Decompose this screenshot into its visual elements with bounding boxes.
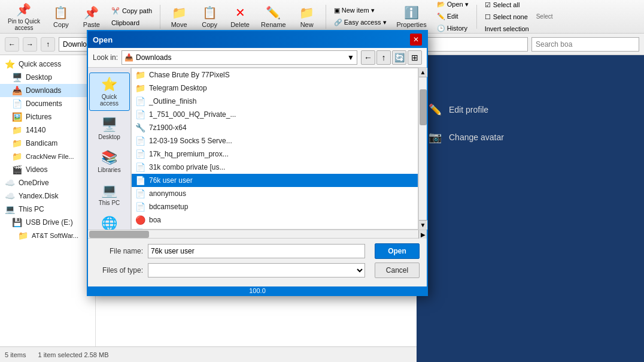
dialog-file-1751[interactable]: 📄 1_751_000_HQ_Private_... [132,108,418,121]
sidebar-item-thispc[interactable]: 💻 This PC [0,203,95,216]
dialog-file-bdcam-icon: 📄 [135,202,145,212]
dialog-file-anonymous[interactable]: 📄 anonymous [132,187,418,200]
dialog-footer: File name: Open Files of type: Cancel [88,238,427,286]
sidebar-item-pictures[interactable]: 🖼️ Pictures [0,110,95,123]
filetype-select[interactable] [148,263,365,277]
sidebar-item-14140[interactable]: 📁 14140 [0,123,95,137]
lookin-select[interactable]: 📥 Downloads ▼ [121,50,357,65]
invert-selection-button[interactable]: Invert selection [481,23,533,34]
change-avatar-button[interactable]: 📷 Change avatar [429,128,504,146]
lookin-folder-icon: 📥 [124,53,133,62]
dialog-file-chase-brute[interactable]: 📁 Chase Brute By 77PixelS [132,68,418,82]
dialog-file-7z[interactable]: 🔧 7z1900-x64 [132,121,418,134]
copy-path-label: Copy path [122,7,152,14]
scrollbar-up-btn[interactable]: ▲ [419,68,427,77]
dialog-file-76k[interactable]: 📄 76k user user [132,174,418,187]
sidebar-pictures-label: Pictures [26,113,51,121]
dialog-cancel-button[interactable]: Cancel [375,263,420,278]
scrollbar-down-btn[interactable]: ▼ [419,220,427,230]
move-button[interactable]: 📁 Move [164,2,194,32]
dialog-file-17k[interactable]: 📄 17k_hq_premium_prox... [132,147,418,161]
select-all-label: Select all [493,1,520,8]
open-dropdown-button[interactable]: 📂 Open ▾ [433,0,473,10]
forward-button[interactable]: → [23,37,37,52]
videos-icon: 🎬 [12,165,22,174]
dialog-open-button[interactable]: Open [375,243,420,259]
dialog-file-boa[interactable]: 🔴 boa [132,213,418,227]
dialog-file-telegram[interactable]: 📁 Telegram Desktop [132,82,418,95]
dialog-refresh-btn[interactable]: 🔄 [392,50,406,65]
dialog-back-btn[interactable]: ← [361,50,375,65]
history-button[interactable]: 🕒 History [433,23,473,34]
filename-label: File name: [95,247,143,255]
dialog-file-socks-icon: 📄 [135,136,145,146]
select-all-button[interactable]: ☑ Select all [481,0,533,11]
dialog-view-btn[interactable]: ⊞ [408,50,422,65]
dialog-file-31k[interactable]: 📄 31k combo private [us... [132,161,418,174]
edit-button[interactable]: ✏️ Edit [433,11,473,22]
search-input[interactable] [531,37,639,52]
properties-button[interactable]: ℹ️ Properties [391,2,432,32]
dialog-file-chase-brute-name: Chase Brute By 77PixelS [149,71,230,79]
sidebar-item-quick-access[interactable]: ⭐ Quick access [0,58,95,71]
delete-button[interactable]: ✕ Delete [225,2,255,32]
sidebar-14140-label: 14140 [26,126,45,134]
dialog-file-area[interactable]: 📁 Chase Brute By 77PixelS 📁 Telegram Des… [131,68,418,230]
new-button[interactable]: 📁 New [292,2,322,32]
dialog-place-network[interactable]: 🌐 Network [89,212,130,243]
pin-to-quick-button[interactable]: 📌 Pin to Quickaccess [2,2,45,32]
back-button[interactable]: ← [5,37,19,52]
copy2-button[interactable]: 📋 Copy [195,2,224,32]
sidebar-item-onedrive[interactable]: ☁️ OneDrive [0,176,95,189]
sidebar-item-documents[interactable]: 📄 Documents [0,97,95,110]
dialog-place-thispc[interactable]: 💻 This PC [89,179,130,210]
onedrive-icon: ☁️ [5,178,15,188]
dialog-scrollbar[interactable]: ▲ ▼ [418,68,427,230]
select-none-button[interactable]: ☐ Select none [481,11,533,23]
new-item-button[interactable]: ▣ New item ▾ [330,5,391,16]
progress-value: 100.0 [249,287,266,294]
dialog-place-libraries[interactable]: 📚 Libraries [89,146,130,177]
copy-button[interactable]: 📋 Copy [46,2,76,32]
dialog-file-76k-icon: 📄 [135,176,145,185]
select-none-label: Select none [493,13,528,20]
scrollbar-thumb[interactable] [420,89,427,125]
up-button[interactable]: ↑ [41,37,55,52]
filename-input[interactable] [148,244,365,258]
sidebar-item-yandex[interactable]: ☁️ Yandex.Disk [0,189,95,203]
dialog-cancel-btns: Cancel [375,263,420,278]
delete-label: Delete [230,21,250,28]
sidebar-item-atandt[interactable]: 📁 AT&T SoftWar... [0,229,95,242]
easy-access-button[interactable]: 🔗 Easy access ▾ [330,17,391,28]
move-label: Move [171,21,187,28]
dialog-file-bdcam[interactable]: 📄 bdcamsetup [132,200,418,213]
sidebar-usb-label: USB Drive (E:) [26,218,73,227]
dialog-up-btn[interactable]: ↑ [376,50,391,65]
invert-selection-label: Invert selection [485,25,529,32]
sidebar-yandex-label: Yandex.Disk [19,192,58,200]
sidebar-item-usb[interactable]: 💾 USB Drive (E:) [0,216,95,229]
sidebar-item-videos[interactable]: 🎬 Videos [0,163,95,176]
desktop-icon: 🖥️ [12,73,22,82]
dialog-file-socks[interactable]: 📄 12-03-19 Socks 5 Serve... [132,134,418,147]
clipboard-small-btns: ✂️ Copy path Clipboard [107,5,156,28]
sidebar-item-cracknew[interactable]: 📁 CrackNew File... [0,150,95,163]
copy-path-button[interactable]: ✂️ Copy path [107,5,156,17]
dialog-folder-telegram-icon: 📁 [135,83,145,93]
sidebar-item-downloads[interactable]: 📥 Downloads [0,84,95,97]
dialog-file-outline[interactable]: 📄 _Outline_finish [132,95,418,108]
dialog-place-desktop[interactable]: 🖥️ Desktop [89,113,130,144]
hscrollbar-right-btn[interactable]: ▶ [418,230,427,239]
rename-button[interactable]: ✏️ Rename [256,2,291,32]
dialog-hscrollbar[interactable]: ▶ [88,230,427,238]
paste-button[interactable]: 📌 Paste [77,2,107,32]
sidebar-item-desktop[interactable]: 🖥️ Desktop [0,71,95,84]
dialog-hscrollbar-thumb[interactable] [89,231,149,238]
dialog-place-quick-access[interactable]: ⭐ Quick access [89,73,130,111]
dialog-close-button[interactable]: ✕ [410,34,422,46]
lookin-dropdown-icon: ▼ [347,53,354,62]
edit-profile-button[interactable]: ✏️ Edit profile [429,101,488,119]
copy-path-icon: ✂️ [111,7,120,15]
sidebar-item-bandicam[interactable]: 📁 Bandicam [0,137,95,150]
dialog-place-quick-label: Quick access [92,93,127,107]
